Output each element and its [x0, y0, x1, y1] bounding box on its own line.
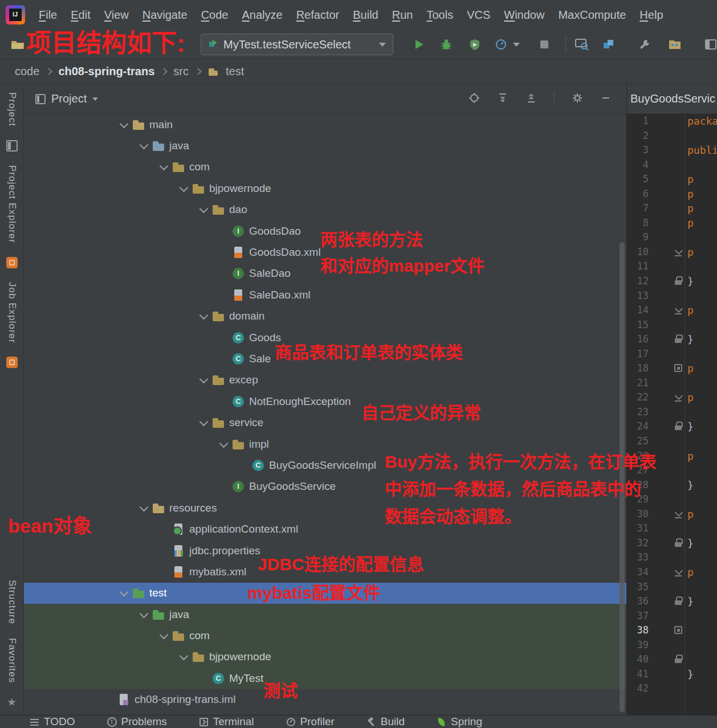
tree-item-com[interactable]: com: [24, 157, 626, 178]
plugin-orange-icon[interactable]: [6, 257, 18, 268]
tree-item-NotEnoughException[interactable]: NotEnoughException: [24, 391, 626, 412]
locate-file-button[interactable]: [469, 92, 480, 106]
chevron-expanded-icon[interactable]: [137, 139, 152, 153]
tool-button-structure[interactable]: Structure: [6, 580, 18, 624]
attach-search-button[interactable]: [575, 38, 589, 51]
gutter-marker-icon[interactable]: [674, 509, 683, 518]
hide-panel-button[interactable]: [600, 92, 612, 106]
tool-window-icon[interactable]: [6, 140, 18, 152]
menu-item-view[interactable]: View: [97, 6, 136, 24]
gutter-marker-icon[interactable]: [674, 567, 683, 576]
profiler-button[interactable]: [495, 38, 507, 51]
tree-item-impl[interactable]: impl: [24, 433, 626, 455]
chevron-expanded-icon[interactable]: [197, 373, 211, 387]
tree-scrollbar[interactable]: [620, 242, 625, 712]
tree-item-GoodsDao.xml[interactable]: GoodsDao.xml: [24, 242, 626, 263]
tree-item-test[interactable]: test: [24, 583, 626, 604]
gutter-lock-icon[interactable]: [674, 422, 683, 431]
tree-item-excep[interactable]: excep: [24, 370, 626, 391]
gutter-lock-icon[interactable]: [674, 276, 683, 285]
status-item-build[interactable]: Build: [366, 715, 405, 728]
gutter-lock-icon[interactable]: [674, 655, 683, 664]
breadcrumb-item-test[interactable]: test: [226, 65, 244, 78]
chevron-expanded-icon[interactable]: [137, 501, 152, 515]
terminal-toolbar-button[interactable]: [704, 38, 717, 51]
editor-tab[interactable]: BuyGoodsServic: [627, 92, 717, 105]
menu-item-refactor[interactable]: Refactor: [290, 6, 347, 24]
status-item-terminal[interactable]: Terminal: [199, 715, 254, 728]
menu-item-analyze[interactable]: Analyze: [235, 6, 289, 24]
gutter-marker-icon[interactable]: [674, 392, 683, 402]
menu-item-window[interactable]: Window: [497, 6, 551, 24]
gutter-box-icon[interactable]: [674, 363, 683, 373]
tree-item-MyTest[interactable]: MyTest: [24, 668, 626, 689]
breadcrumb-item-code[interactable]: code: [15, 65, 39, 78]
tree-item-jdbc.properties[interactable]: jdbc.properties: [24, 540, 626, 561]
status-item-todo[interactable]: TODO: [30, 715, 75, 728]
collapse-all-button[interactable]: [525, 92, 537, 106]
tree-item-java[interactable]: java: [24, 135, 626, 156]
coverage-button[interactable]: [469, 38, 481, 51]
menu-item-navigate[interactable]: Navigate: [136, 6, 194, 24]
menu-item-file[interactable]: File: [32, 6, 64, 24]
menu-item-tools[interactable]: Tools: [419, 6, 460, 24]
open-folder-icon[interactable]: [10, 38, 25, 51]
profiler-dropdown[interactable]: [513, 39, 520, 50]
tree-item-ch08-spring-trans.iml[interactable]: ch08-spring-trans.iml: [24, 689, 626, 710]
tool-button-favorites[interactable]: Favorites: [6, 638, 18, 683]
chevron-expanded-icon[interactable]: [197, 203, 211, 216]
tree-item-Sale[interactable]: Sale: [24, 348, 626, 369]
expand-all-button[interactable]: [497, 92, 508, 106]
menu-item-build[interactable]: Build: [346, 6, 385, 24]
tree-item-service[interactable]: service: [24, 412, 626, 433]
chevron-down-icon[interactable]: [92, 97, 98, 104]
stop-button[interactable]: [538, 38, 551, 51]
chevron-expanded-icon[interactable]: [117, 118, 132, 132]
tree-item-domain[interactable]: domain: [24, 306, 626, 327]
menu-item-maxcompute[interactable]: MaxCompute: [551, 6, 633, 24]
gutter-marker-icon[interactable]: [674, 247, 683, 256]
panel-settings-button[interactable]: [572, 92, 583, 106]
tree-item-applicationContext.xml[interactable]: applicationContext.xml: [24, 518, 626, 539]
run-config-select[interactable]: MyTest.testServiceSelect: [201, 34, 393, 55]
tree-item-SaleDao[interactable]: SaleDao: [24, 263, 626, 284]
tree-item-resources[interactable]: resources: [24, 497, 626, 518]
plugin-orange-icon[interactable]: [6, 357, 18, 368]
tool-button-project-explorer[interactable]: Project Explorer: [6, 165, 18, 243]
chevron-expanded-icon[interactable]: [197, 416, 211, 430]
tool-button-job-explorer[interactable]: Job Explorer: [6, 282, 18, 343]
debug-button[interactable]: [440, 38, 453, 51]
chevron-expanded-icon[interactable]: [137, 608, 152, 621]
chevron-expanded-icon[interactable]: [117, 586, 132, 600]
menu-item-vcs[interactable]: VCS: [460, 6, 497, 24]
status-item-profiler[interactable]: Profiler: [286, 715, 335, 728]
tree-item-Goods[interactable]: Goods: [24, 327, 626, 348]
project-structure-button[interactable]: [668, 38, 682, 51]
tree-item-bjpowernode[interactable]: bjpowernode: [24, 178, 626, 199]
tool-button-project[interactable]: Project: [6, 92, 18, 126]
tree-item-BuyGoodsServiceImpl[interactable]: BuyGoodsServiceImpl: [24, 455, 626, 476]
chevron-expanded-icon[interactable]: [197, 309, 211, 323]
gutter-lock-icon[interactable]: [674, 596, 683, 606]
tree-item-BuyGoodsService[interactable]: BuyGoodsService: [24, 476, 626, 497]
project-panel-title[interactable]: Project: [51, 92, 87, 105]
gutter-lock-icon[interactable]: [674, 538, 683, 547]
gutter-marker-icon[interactable]: [674, 305, 683, 314]
sync-button[interactable]: [602, 38, 616, 51]
tree-item-com[interactable]: com: [24, 625, 626, 646]
chevron-expanded-icon[interactable]: [157, 629, 172, 643]
menu-item-edit[interactable]: Edit: [64, 6, 97, 24]
chevron-expanded-icon[interactable]: [157, 160, 172, 174]
breadcrumb-item-ch08-spring-trans[interactable]: ch08-spring-trans: [58, 65, 154, 78]
menu-item-code[interactable]: Code: [194, 6, 235, 24]
tree-item-java[interactable]: java: [24, 604, 626, 625]
gutter-lock-icon[interactable]: [674, 334, 683, 343]
breadcrumb-item-src[interactable]: src: [173, 65, 189, 78]
gutter-box-icon[interactable]: [674, 625, 683, 635]
run-button[interactable]: [413, 38, 425, 51]
tree-item-SaleDao.xml[interactable]: SaleDao.xml: [24, 284, 626, 305]
settings-button[interactable]: [638, 38, 651, 51]
status-item-problems[interactable]: Problems: [107, 715, 167, 728]
menu-item-run[interactable]: Run: [385, 6, 420, 24]
tree-item-dao[interactable]: dao: [24, 199, 626, 220]
